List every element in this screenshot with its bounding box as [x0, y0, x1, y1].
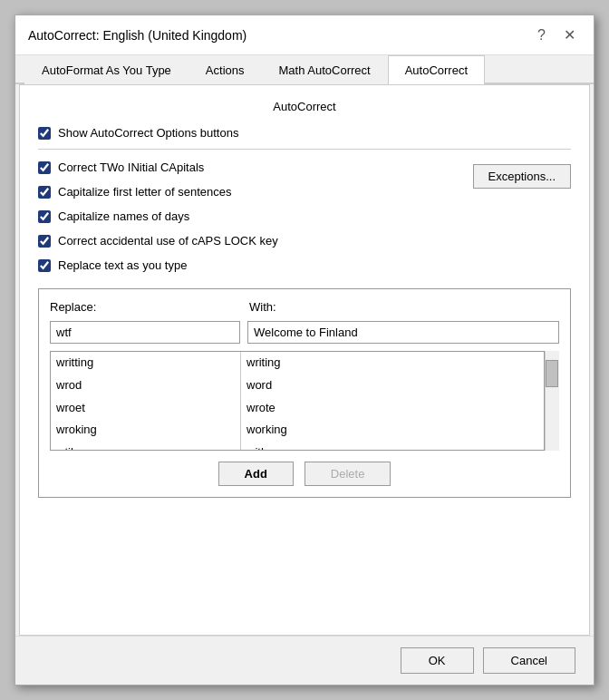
- list-item[interactable]: wroet: [51, 397, 240, 420]
- delete-button[interactable]: Delete: [304, 462, 392, 486]
- autocorrect-dialog: AutoCorrect: English (United Kingdom) ? …: [14, 15, 594, 685]
- tab-math[interactable]: Math AutoCorrect: [262, 55, 388, 84]
- add-button[interactable]: Add: [218, 462, 294, 486]
- options-row: Correct TWo INitial CApitals Capitalize …: [38, 160, 571, 277]
- divider: [38, 149, 571, 150]
- capitalize-first-row: Capitalize first letter of sentences: [38, 185, 278, 199]
- list-item[interactable]: wrod: [51, 374, 240, 397]
- close-button[interactable]: ✕: [558, 24, 581, 45]
- replace-column-label: Replace:: [50, 300, 249, 314]
- title-bar-right: ? ✕: [532, 24, 581, 45]
- capitalize-days-label: Capitalize names of days: [58, 209, 189, 223]
- options-checkboxes: Correct TWo INitial CApitals Capitalize …: [38, 160, 278, 277]
- help-button[interactable]: ?: [532, 25, 551, 45]
- tab-actions[interactable]: Actions: [188, 55, 262, 84]
- two-initials-checkbox[interactable]: [38, 161, 51, 174]
- replace-text-row: Replace text as you type: [38, 258, 278, 272]
- exceptions-button[interactable]: Exceptions...: [473, 164, 571, 189]
- list-scrollbar[interactable]: [545, 351, 559, 451]
- tab-bar: AutoFormat As You Type Actions Math Auto…: [15, 55, 594, 84]
- list-item[interactable]: wtih: [51, 442, 240, 450]
- list-item-with[interactable]: wrote: [241, 397, 544, 420]
- two-initials-row: Correct TWo INitial CApitals: [38, 160, 278, 174]
- caps-lock-checkbox[interactable]: [38, 235, 51, 248]
- list-item[interactable]: writting: [51, 352, 240, 374]
- dialog-footer: OK Cancel: [15, 636, 594, 685]
- caps-lock-row: Correct accidental use of cAPS LOCK key: [38, 234, 278, 248]
- scrollbar-thumb[interactable]: [546, 360, 558, 387]
- action-buttons: Add Delete: [50, 462, 559, 486]
- two-initials-label: Correct TWo INitial CApitals: [58, 160, 204, 174]
- capitalize-first-label: Capitalize first letter of sentences: [58, 185, 231, 199]
- capitalize-days-row: Capitalize names of days: [38, 209, 278, 223]
- list-item-with[interactable]: with: [241, 442, 544, 450]
- capitalize-first-checkbox[interactable]: [38, 186, 51, 199]
- tab-autoformat[interactable]: AutoFormat As You Type: [24, 55, 188, 84]
- ok-button[interactable]: OK: [401, 647, 474, 674]
- replace-inputs: [50, 321, 559, 344]
- replace-text-checkbox[interactable]: [38, 259, 51, 272]
- list-item-with[interactable]: writing: [241, 352, 544, 374]
- tab-autocorrect[interactable]: AutoCorrect: [388, 55, 485, 84]
- with-column-label: With:: [249, 300, 276, 314]
- list-wrapper: writting wrod wroet wroking wtih writing…: [50, 351, 559, 451]
- show-options-label: Show AutoCorrect Options buttons: [58, 126, 238, 140]
- replace-list-right: writing word wrote working with: [241, 352, 544, 450]
- replace-list-left: writting wrod wroet wroking wtih: [51, 352, 241, 450]
- replace-list: writting wrod wroet wroking wtih writing…: [50, 351, 545, 451]
- capitalize-days-checkbox[interactable]: [38, 210, 51, 223]
- show-options-row: Show AutoCorrect Options buttons: [38, 126, 571, 140]
- title-bar: AutoCorrect: English (United Kingdom) ? …: [15, 15, 594, 55]
- exceptions-container: Exceptions...: [473, 160, 571, 189]
- list-item-with[interactable]: working: [241, 419, 544, 442]
- section-title: AutoCorrect: [38, 100, 571, 113]
- scrollbar-track[interactable]: [546, 351, 559, 451]
- dialog-title: AutoCorrect: English (United Kingdom): [28, 28, 246, 43]
- cancel-button[interactable]: Cancel: [483, 647, 575, 674]
- replace-labels: Replace: With:: [50, 300, 559, 314]
- with-input[interactable]: [247, 321, 559, 344]
- main-content: AutoCorrect Show AutoCorrect Options but…: [19, 84, 590, 636]
- caps-lock-label: Correct accidental use of cAPS LOCK key: [58, 234, 278, 248]
- replace-input[interactable]: [50, 321, 240, 344]
- list-item[interactable]: wroking: [51, 419, 240, 442]
- replace-section: Replace: With: writting wrod wroet wroki…: [38, 288, 571, 498]
- show-options-checkbox[interactable]: [38, 127, 51, 140]
- replace-text-label: Replace text as you type: [58, 258, 187, 272]
- title-bar-left: AutoCorrect: English (United Kingdom): [28, 28, 246, 43]
- list-item-with[interactable]: word: [241, 374, 544, 397]
